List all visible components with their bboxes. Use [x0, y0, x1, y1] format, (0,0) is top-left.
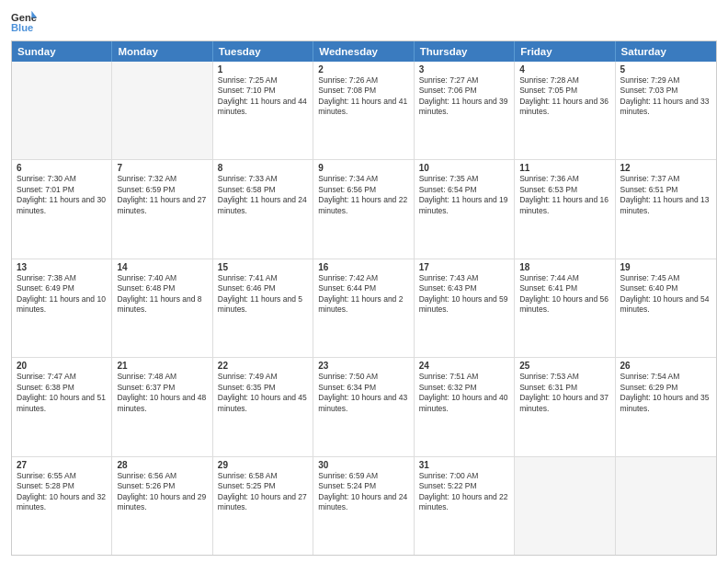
- sunrise-text: Sunrise: 7:44 AM: [519, 273, 609, 283]
- logo-icon: General Blue: [11, 9, 37, 35]
- sunrise-text: Sunrise: 7:51 AM: [419, 372, 509, 382]
- sunset-text: Sunset: 7:05 PM: [519, 86, 609, 96]
- day-cell: 11Sunrise: 7:36 AMSunset: 6:53 PMDayligh…: [515, 160, 615, 258]
- sunrise-text: Sunrise: 6:58 AM: [218, 471, 308, 481]
- calendar-row: 13Sunrise: 7:38 AMSunset: 6:49 PMDayligh…: [12, 259, 716, 357]
- calendar-row: 27Sunrise: 6:55 AMSunset: 5:28 PMDayligh…: [12, 456, 716, 555]
- day-cell: 7Sunrise: 7:32 AMSunset: 6:59 PMDaylight…: [112, 160, 212, 258]
- day-cell: 1Sunrise: 7:25 AMSunset: 7:10 PMDaylight…: [213, 62, 313, 159]
- day-number: 20: [17, 361, 107, 371]
- sunrise-text: Sunrise: 7:42 AM: [318, 273, 408, 283]
- day-number: 16: [318, 262, 408, 272]
- weekday-header: Saturday: [616, 41, 716, 62]
- daylight-text: Daylight: 11 hours and 24 minutes.: [218, 195, 308, 216]
- sunset-text: Sunset: 5:24 PM: [318, 481, 408, 491]
- day-cell: 31Sunrise: 7:00 AMSunset: 5:22 PMDayligh…: [415, 457, 515, 555]
- daylight-text: Daylight: 10 hours and 22 minutes.: [419, 492, 509, 513]
- daylight-text: Daylight: 10 hours and 48 minutes.: [117, 393, 207, 414]
- sunrise-text: Sunrise: 7:40 AM: [117, 273, 207, 283]
- sunset-text: Sunset: 5:25 PM: [218, 481, 308, 491]
- weekday-header: Monday: [112, 41, 212, 62]
- sunrise-text: Sunrise: 7:26 AM: [318, 75, 408, 86]
- daylight-text: Daylight: 10 hours and 29 minutes.: [117, 492, 207, 513]
- page-container: General Blue SundayMondayTuesdayWednesda…: [0, 0, 728, 563]
- sunrise-text: Sunrise: 6:55 AM: [17, 471, 107, 481]
- day-cell: 16Sunrise: 7:42 AMSunset: 6:44 PMDayligh…: [313, 259, 414, 357]
- day-cell: 27Sunrise: 6:55 AMSunset: 5:28 PMDayligh…: [12, 457, 112, 555]
- daylight-text: Daylight: 10 hours and 32 minutes.: [17, 492, 107, 513]
- sunset-text: Sunset: 6:59 PM: [117, 185, 207, 195]
- day-number: 14: [117, 262, 207, 272]
- day-cell: 19Sunrise: 7:45 AMSunset: 6:40 PMDayligh…: [616, 259, 716, 357]
- day-cell: 2Sunrise: 7:26 AMSunset: 7:08 PMDaylight…: [313, 62, 414, 159]
- day-cell: 30Sunrise: 6:59 AMSunset: 5:24 PMDayligh…: [313, 457, 414, 555]
- day-number: 8: [218, 163, 308, 173]
- daylight-text: Daylight: 10 hours and 51 minutes.: [17, 393, 107, 414]
- day-cell: 10Sunrise: 7:35 AMSunset: 6:54 PMDayligh…: [415, 160, 515, 258]
- empty-cell: [12, 62, 112, 159]
- sunset-text: Sunset: 6:54 PM: [419, 185, 509, 195]
- day-number: 5: [620, 64, 711, 75]
- daylight-text: Daylight: 11 hours and 19 minutes.: [419, 195, 509, 216]
- day-number: 13: [17, 262, 107, 272]
- day-cell: 15Sunrise: 7:41 AMSunset: 6:46 PMDayligh…: [213, 259, 313, 357]
- sunrise-text: Sunrise: 7:33 AM: [218, 174, 308, 184]
- daylight-text: Daylight: 10 hours and 45 minutes.: [218, 393, 308, 414]
- sunrise-text: Sunrise: 7:35 AM: [419, 174, 509, 184]
- sunset-text: Sunset: 6:49 PM: [17, 283, 107, 293]
- daylight-text: Daylight: 11 hours and 8 minutes.: [117, 294, 207, 316]
- sunset-text: Sunset: 5:22 PM: [419, 481, 509, 491]
- page-header: General Blue: [11, 9, 717, 35]
- day-cell: 3Sunrise: 7:27 AMSunset: 7:06 PMDaylight…: [415, 62, 515, 159]
- sunset-text: Sunset: 6:51 PM: [620, 185, 711, 195]
- weekday-header: Tuesday: [213, 41, 313, 62]
- day-cell: 12Sunrise: 7:37 AMSunset: 6:51 PMDayligh…: [616, 160, 716, 258]
- calendar-header: SundayMondayTuesdayWednesdayThursdayFrid…: [12, 41, 716, 62]
- daylight-text: Daylight: 10 hours and 27 minutes.: [218, 492, 308, 513]
- day-cell: 13Sunrise: 7:38 AMSunset: 6:49 PMDayligh…: [12, 259, 112, 357]
- sunset-text: Sunset: 6:44 PM: [318, 283, 408, 293]
- day-cell: 8Sunrise: 7:33 AMSunset: 6:58 PMDaylight…: [213, 160, 313, 258]
- weekday-header: Sunday: [12, 41, 112, 62]
- daylight-text: Daylight: 10 hours and 24 minutes.: [318, 492, 408, 513]
- day-number: 31: [419, 460, 509, 470]
- sunset-text: Sunset: 6:35 PM: [218, 383, 308, 393]
- calendar-row: 20Sunrise: 7:47 AMSunset: 6:38 PMDayligh…: [12, 357, 716, 455]
- daylight-text: Daylight: 11 hours and 39 minutes.: [419, 97, 509, 118]
- sunset-text: Sunset: 6:32 PM: [419, 383, 509, 393]
- daylight-text: Daylight: 10 hours and 40 minutes.: [419, 393, 509, 414]
- day-number: 23: [318, 361, 408, 371]
- sunset-text: Sunset: 6:37 PM: [117, 383, 207, 393]
- day-cell: 23Sunrise: 7:50 AMSunset: 6:34 PMDayligh…: [313, 358, 414, 455]
- sunrise-text: Sunrise: 7:45 AM: [620, 273, 711, 283]
- daylight-text: Daylight: 11 hours and 5 minutes.: [218, 294, 308, 316]
- daylight-text: Daylight: 11 hours and 36 minutes.: [519, 97, 609, 118]
- svg-text:Blue: Blue: [11, 22, 33, 33]
- day-number: 25: [519, 361, 609, 371]
- daylight-text: Daylight: 10 hours and 43 minutes.: [318, 393, 408, 414]
- day-cell: 6Sunrise: 7:30 AMSunset: 7:01 PMDaylight…: [12, 160, 112, 258]
- sunset-text: Sunset: 7:01 PM: [17, 185, 107, 195]
- day-cell: 4Sunrise: 7:28 AMSunset: 7:05 PMDaylight…: [515, 62, 615, 159]
- day-cell: 20Sunrise: 7:47 AMSunset: 6:38 PMDayligh…: [12, 358, 112, 455]
- sunset-text: Sunset: 6:56 PM: [318, 185, 408, 195]
- day-cell: 29Sunrise: 6:58 AMSunset: 5:25 PMDayligh…: [213, 457, 313, 555]
- sunrise-text: Sunrise: 7:54 AM: [620, 372, 711, 382]
- day-cell: 18Sunrise: 7:44 AMSunset: 6:41 PMDayligh…: [515, 259, 615, 357]
- day-number: 19: [620, 262, 711, 272]
- empty-cell: [112, 62, 212, 159]
- daylight-text: Daylight: 10 hours and 59 minutes.: [419, 294, 509, 316]
- day-number: 3: [419, 64, 509, 75]
- sunrise-text: Sunrise: 7:49 AM: [218, 372, 308, 382]
- sunrise-text: Sunrise: 7:53 AM: [519, 372, 609, 382]
- weekday-header: Thursday: [415, 41, 515, 62]
- weekday-header: Friday: [515, 41, 615, 62]
- day-number: 10: [419, 163, 509, 173]
- day-number: 22: [218, 361, 308, 371]
- sunrise-text: Sunrise: 7:36 AM: [519, 174, 609, 184]
- day-number: 1: [218, 64, 308, 75]
- logo: General Blue: [11, 9, 37, 35]
- daylight-text: Daylight: 11 hours and 13 minutes.: [620, 195, 711, 216]
- daylight-text: Daylight: 11 hours and 2 minutes.: [318, 294, 408, 316]
- sunrise-text: Sunrise: 7:43 AM: [419, 273, 509, 283]
